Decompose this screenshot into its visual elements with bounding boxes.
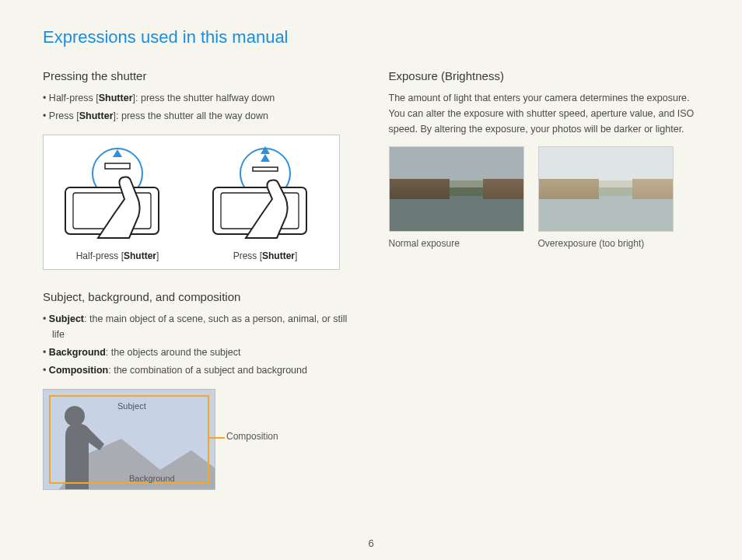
- composition-frame: Subject Background: [43, 389, 215, 490]
- page-number: 6: [0, 537, 742, 549]
- sec2-list: Subject: the main object of a scene, suc…: [43, 311, 354, 378]
- exposure-normal-image: [389, 146, 524, 232]
- exposure-example: Normal exposure: [389, 146, 524, 249]
- shutter-halfpress-icon: [51, 145, 184, 246]
- shutter-press-caption: Press [Shutter]: [233, 250, 298, 261]
- list-item: Background: the objects around the subje…: [43, 345, 354, 360]
- exposure-examples: Normal exposure Overexposure (too bright…: [389, 146, 700, 249]
- composition-subject-label: Subject: [117, 401, 146, 411]
- shutter-press-fig: Press [Shutter]: [199, 145, 331, 261]
- right-column: Exposure (Brightness) The amount of ligh…: [389, 69, 700, 506]
- list-item: Composition: the combination of a subjec…: [43, 362, 354, 378]
- composition-callout-line: [209, 437, 225, 439]
- shutter-figure: Half-press [Shutter]: [43, 135, 340, 270]
- svg-rect-8: [253, 167, 278, 171]
- page-title: Expressions used in this manual: [43, 27, 699, 47]
- list-item: Half-press [Shutter]: press the shutter …: [43, 90, 354, 106]
- composition-figure: Subject Background Composition: [43, 389, 307, 490]
- composition-label: Composition: [226, 431, 278, 442]
- shutter-halfpress-fig: Half-press [Shutter]: [51, 145, 184, 261]
- shutter-press-icon: [199, 145, 331, 246]
- exposure-normal-caption: Normal exposure: [389, 238, 524, 249]
- svg-rect-3: [105, 163, 130, 169]
- exposure-paragraph: The amount of light that enters your cam…: [389, 90, 700, 137]
- list-item: Subject: the main object of a scene, suc…: [43, 311, 354, 342]
- sec1-heading: Pressing the shutter: [43, 69, 354, 82]
- list-item: Press [Shutter]: press the shutter all t…: [43, 108, 354, 124]
- sec2-heading: Subject, background, and composition: [43, 290, 354, 303]
- sec1-list: Half-press [Shutter]: press the shutter …: [43, 90, 354, 124]
- exposure-example: Overexposure (too bright): [538, 146, 674, 249]
- exposure-heading: Exposure (Brightness): [389, 69, 700, 82]
- exposure-over-caption: Overexposure (too bright): [538, 238, 674, 249]
- left-column: Pressing the shutter Half-press [Shutter…: [43, 69, 354, 506]
- shutter-halfpress-caption: Half-press [Shutter]: [76, 250, 159, 261]
- exposure-over-image: [538, 146, 674, 232]
- composition-background-label: Background: [129, 474, 175, 483]
